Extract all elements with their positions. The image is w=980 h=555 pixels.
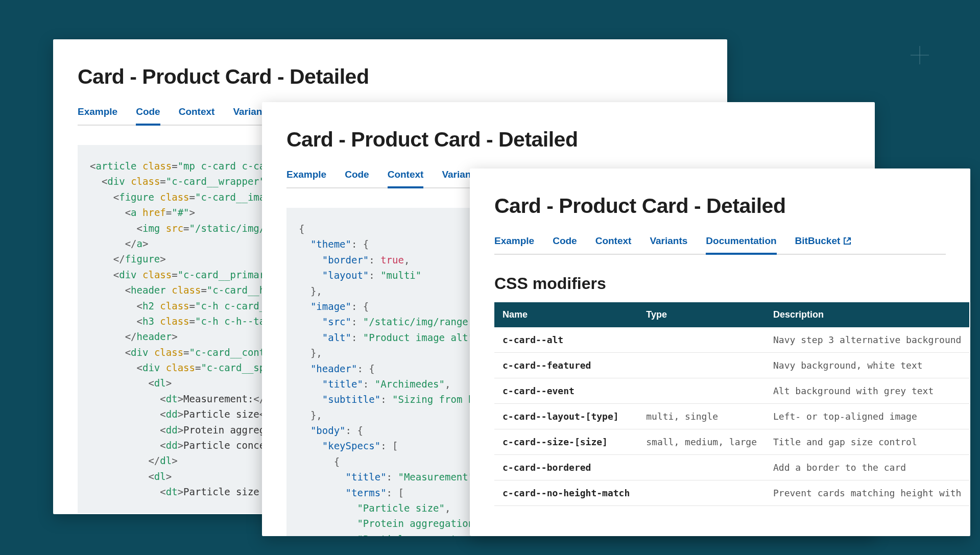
- cell-name: c-card--featured: [494, 353, 638, 378]
- page-title: Card - Product Card - Detailed: [286, 128, 850, 152]
- tab-code[interactable]: Code: [136, 106, 160, 125]
- table-row: c-card--alt Navy step 3 alternative back…: [494, 327, 969, 353]
- tab-context[interactable]: Context: [179, 106, 215, 125]
- cell-desc: Left- or top-aligned image: [765, 404, 969, 429]
- cell-name: c-card--no-height-match: [494, 480, 638, 506]
- cell-desc: Navy step 3 alternative background: [765, 327, 969, 353]
- cell-type: [638, 327, 765, 353]
- tab-code[interactable]: Code: [553, 235, 577, 254]
- plus-icon: [911, 46, 929, 64]
- tab-bitbucket[interactable]: BitBucket: [795, 235, 852, 254]
- col-name: Name: [494, 302, 638, 327]
- tab-variants[interactable]: Variants: [650, 235, 687, 254]
- cell-desc: Title and gap size control: [765, 429, 969, 455]
- table-row: c-card--event Alt background with grey t…: [494, 378, 969, 404]
- cell-type: [638, 378, 765, 404]
- tab-example[interactable]: Example: [286, 169, 326, 187]
- cell-type: [638, 480, 765, 506]
- page-title: Card - Product Card - Detailed: [78, 65, 703, 89]
- table-row: c-card--featured Navy background, white …: [494, 353, 969, 378]
- panel-documentation-view: Card - Product Card - Detailed Example C…: [470, 168, 970, 536]
- section-heading: CSS modifiers: [494, 274, 946, 293]
- tab-context[interactable]: Context: [388, 169, 424, 187]
- external-link-icon: [843, 237, 851, 245]
- tab-example[interactable]: Example: [494, 235, 534, 254]
- table-row: c-card--no-height-match Prevent cards ma…: [494, 480, 969, 506]
- page-title: Card - Product Card - Detailed: [494, 194, 946, 218]
- cell-name: c-card--size-[size]: [494, 429, 638, 455]
- col-description: Description: [765, 302, 969, 327]
- cell-desc: Navy background, white text: [765, 353, 969, 378]
- cell-desc: Alt background with grey text: [765, 378, 969, 404]
- tab-documentation[interactable]: Documentation: [706, 235, 776, 254]
- tab-example[interactable]: Example: [78, 106, 117, 125]
- tab-bitbucket-label: BitBucket: [795, 235, 841, 247]
- col-type: Type: [638, 302, 765, 327]
- cell-name: c-card--bordered: [494, 455, 638, 480]
- table-row: c-card--size-[size] small, medium, large…: [494, 429, 969, 455]
- cell-name: c-card--layout-[type]: [494, 404, 638, 429]
- cell-name: c-card--alt: [494, 327, 638, 353]
- tab-context[interactable]: Context: [595, 235, 632, 254]
- cell-type: [638, 455, 765, 480]
- tab-bar: Example Code Context Variants Documentat…: [494, 235, 946, 255]
- cell-type: multi, single: [638, 404, 765, 429]
- table-row: c-card--layout-[type] multi, single Left…: [494, 404, 969, 429]
- tab-code[interactable]: Code: [345, 169, 369, 187]
- cell-name: c-card--event: [494, 378, 638, 404]
- cell-type: small, medium, large: [638, 429, 765, 455]
- cell-desc: Prevent cards matching height with: [765, 480, 969, 506]
- modifiers-table: Name Type Description c-card--alt Navy s…: [494, 302, 969, 506]
- cell-desc: Add a border to the card: [765, 455, 969, 480]
- cell-type: [638, 353, 765, 378]
- table-row: c-card--bordered Add a border to the car…: [494, 455, 969, 480]
